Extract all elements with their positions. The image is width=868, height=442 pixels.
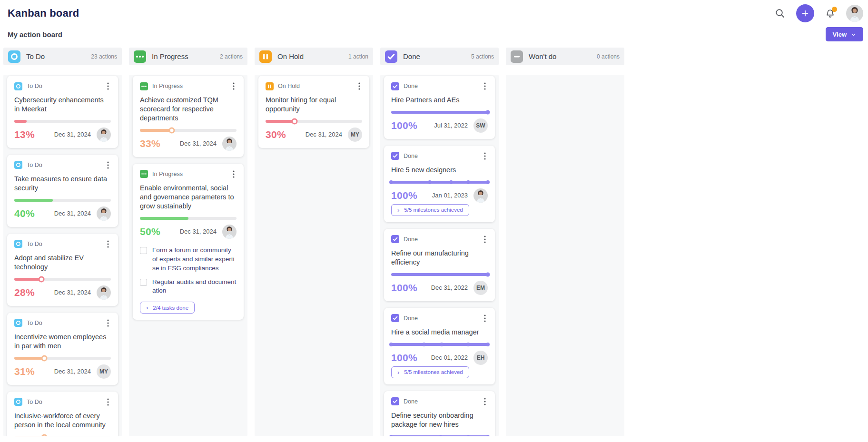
card[interactable]: On HoldMonitor hiring for equal opportun… <box>258 76 369 148</box>
card[interactable]: To DoInclusive-workforce of every person… <box>7 392 118 436</box>
card[interactable]: DoneHire a social media manager100%Dec 0… <box>384 308 495 384</box>
done-icon <box>391 82 399 90</box>
card-menu-button[interactable] <box>482 151 488 161</box>
card-menu-button[interactable] <box>105 239 111 249</box>
card[interactable]: In ProgressAchieve customized TQM scorec… <box>133 76 244 157</box>
checkbox-unchecked[interactable] <box>140 279 147 286</box>
card-menu-button[interactable] <box>105 81 111 91</box>
profile-avatar[interactable] <box>846 5 863 22</box>
column-title: On Hold <box>277 52 348 60</box>
progress-bar <box>266 120 362 123</box>
kebab-icon <box>107 240 109 248</box>
card-menu-button[interactable] <box>482 235 488 244</box>
card-status-label: To Do <box>27 320 42 326</box>
progress-knob[interactable] <box>41 355 47 361</box>
card-menu-button[interactable] <box>105 397 111 407</box>
progress-percent: 100% <box>391 282 417 294</box>
card[interactable]: To DoAdopt and stabilize EV technology28… <box>7 234 118 306</box>
due-date: Dec 31, 2024 <box>54 289 91 296</box>
progress-knob[interactable] <box>41 434 47 436</box>
progress-knob[interactable] <box>168 127 175 133</box>
progress-percent: 28% <box>14 287 35 298</box>
card-status-label: Done <box>404 315 418 322</box>
due-date: Dec 31, 2024 <box>54 368 91 375</box>
assignee-avatar-initials: MY <box>97 364 111 379</box>
progress-knob[interactable] <box>38 276 44 282</box>
card[interactable]: DoneHire 5 new designers100%Jan 01, 2023… <box>384 146 495 222</box>
card-meta: 100%Jan 01, 2023 <box>391 188 488 203</box>
card-status-chip: To Do <box>14 81 111 91</box>
card[interactable]: DoneHire Partners and AEs100%Jul 31, 202… <box>384 76 495 139</box>
card[interactable]: To DoIncentivize women employees in par … <box>7 313 118 385</box>
card-menu-button[interactable] <box>356 81 362 91</box>
sub-bar: My action board View <box>0 23 868 42</box>
card-status-chip: Done <box>391 397 488 406</box>
tasks-done-badge[interactable]: ›2/4 tasks done <box>140 302 195 314</box>
milestones-badge[interactable]: ›5/5 milestones achieved <box>391 204 469 216</box>
progress-fill <box>391 111 488 114</box>
todo-icon <box>14 240 22 248</box>
progress-knob[interactable] <box>291 118 297 124</box>
card-meta: 30%Dec 31, 2024MY <box>266 128 362 142</box>
column-body: On HoldMonitor hiring for equal opportun… <box>255 75 373 436</box>
progress-knob[interactable] <box>486 110 490 114</box>
due-date: Dec 01, 2022 <box>431 354 468 361</box>
column-header: To Do23 actions <box>3 48 122 65</box>
view-button[interactable]: View <box>826 27 863 41</box>
search-icon <box>774 8 786 19</box>
kebab-icon <box>484 82 486 90</box>
card-title: Define security onboarding package for n… <box>391 411 488 429</box>
kebab-icon <box>484 152 486 160</box>
kebab-icon <box>107 319 109 327</box>
card-status-label: Done <box>404 83 418 89</box>
search-button[interactable] <box>774 8 786 19</box>
progress-knob[interactable] <box>486 272 490 276</box>
column-title: In Progress <box>152 52 220 60</box>
card-menu-button[interactable] <box>105 160 111 170</box>
notifications-button[interactable] <box>825 8 836 19</box>
card-menu-button[interactable] <box>482 314 488 323</box>
column-title: To Do <box>26 52 91 60</box>
assignee-avatar-photo <box>97 128 111 142</box>
add-action-button[interactable] <box>796 4 814 22</box>
card-title: Inclusive-workforce of every person in t… <box>14 412 111 430</box>
card-menu-button[interactable] <box>231 81 237 91</box>
column-header: Done5 actions <box>380 48 499 65</box>
progress-bar <box>14 199 111 202</box>
due-date: Dec 31, 2024 <box>180 140 217 147</box>
view-button-label: View <box>833 31 847 38</box>
progress-percent: 30% <box>266 129 286 140</box>
card[interactable]: To DoCybersecurity enhancements in Meerk… <box>7 76 118 148</box>
notification-dot <box>832 7 837 12</box>
kanban-board: To Do23 actionsTo DoCybersecurity enhanc… <box>0 42 868 436</box>
column-todo: To Do23 actionsTo DoCybersecurity enhanc… <box>3 48 122 436</box>
milestones-badge[interactable]: ›5/5 milestones achieved <box>391 366 469 378</box>
progress-bar <box>391 435 488 436</box>
card-title: Refine our manufacturing efficiency <box>391 249 488 267</box>
column-wontdo: Won't do0 actions <box>506 48 624 436</box>
card[interactable]: To DoTake measures to ensure data securi… <box>7 155 118 227</box>
assignee-avatar-photo <box>222 137 237 151</box>
checkbox-unchecked[interactable] <box>140 247 147 254</box>
column-header: Won't do0 actions <box>506 48 624 65</box>
card-menu-button[interactable] <box>482 81 488 91</box>
card-menu-button[interactable] <box>482 397 488 406</box>
card-meta: 100%Dec 31, 2022EM <box>391 281 488 295</box>
card[interactable]: DoneRefine our manufacturing efficiency1… <box>384 229 495 301</box>
onhold-icon <box>266 82 274 90</box>
card-menu-button[interactable] <box>231 169 237 179</box>
inprogress-icon <box>140 170 148 178</box>
progress-percent: 31% <box>14 366 35 377</box>
badge-label: 5/5 milestones achieved <box>404 207 463 213</box>
progress-percent: 33% <box>140 138 160 149</box>
milestone-dot <box>449 180 453 184</box>
milestone-dot <box>389 435 393 436</box>
card-title: Adopt and stabilize EV technology <box>14 254 111 272</box>
kebab-icon <box>484 236 486 243</box>
progress-bar <box>14 436 111 436</box>
card-menu-button[interactable] <box>105 318 111 328</box>
card[interactable]: In ProgressEnable environmental, social … <box>133 164 244 320</box>
progress-fill <box>391 181 488 184</box>
column-onhold: On Hold1 actionOn HoldMonitor hiring for… <box>255 48 373 436</box>
card[interactable]: DoneDefine security onboarding package f… <box>384 391 495 436</box>
